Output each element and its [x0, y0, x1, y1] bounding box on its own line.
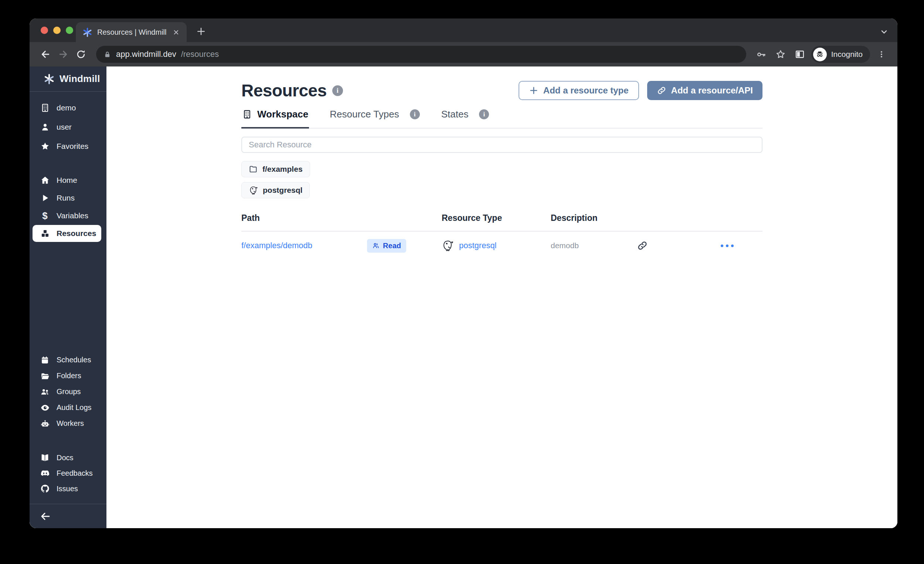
- sidebar-item-workers[interactable]: Workers: [30, 416, 106, 431]
- sidebar-item-label: Runs: [57, 193, 75, 202]
- window-controls: [40, 27, 73, 34]
- collapse-arrow-icon[interactable]: [40, 511, 51, 522]
- tab-label: Resource Types: [330, 109, 399, 120]
- sidebar-admin-section: Schedules Folders: [30, 352, 106, 431]
- main-tabs: Workspace Resource Types i States i: [242, 109, 762, 129]
- tab-label: States: [441, 109, 469, 120]
- incognito-badge[interactable]: Incognito: [811, 46, 870, 63]
- sidebar-item-label: Resources: [57, 229, 96, 238]
- star-icon: [40, 141, 50, 151]
- col-description: Description: [551, 213, 637, 223]
- tab-states[interactable]: States i: [441, 109, 490, 129]
- col-path: Path: [242, 213, 442, 223]
- filter-chips: f/examples postgresql: [242, 161, 762, 198]
- sidebar-item-folders[interactable]: Folders: [30, 368, 106, 384]
- sidebar-item-groups[interactable]: Groups: [30, 384, 106, 399]
- sidebar-spacer: [30, 242, 106, 352]
- title-info-icon[interactable]: i: [332, 85, 343, 96]
- workspace-building-icon: [242, 109, 252, 119]
- forward-icon[interactable]: [56, 46, 71, 62]
- sidebar-item-label: Folders: [57, 372, 81, 380]
- windmill-favicon-icon: [82, 27, 92, 37]
- table-row: f/examples/demodb Read: [242, 232, 762, 260]
- sidebar-item-home[interactable]: Home: [30, 171, 106, 189]
- close-window-button[interactable]: [40, 27, 48, 34]
- lock-icon: [104, 51, 111, 58]
- search-resource-input[interactable]: [242, 137, 762, 153]
- new-tab-button[interactable]: [192, 23, 210, 40]
- dollar-icon: $: [40, 211, 50, 220]
- filter-chip-folder[interactable]: f/examples: [242, 161, 310, 177]
- page-title: Resources: [242, 81, 327, 100]
- building-icon: [40, 103, 50, 113]
- play-icon: [40, 193, 50, 202]
- toolbar-actions: Incognito: [754, 46, 889, 63]
- filter-chip-postgresql[interactable]: postgresql: [242, 182, 310, 198]
- browser-toolbar: app.windmill.dev/resources: [30, 42, 897, 66]
- resource-types-info-icon[interactable]: i: [410, 109, 420, 119]
- sidebar-item-user[interactable]: user: [30, 117, 106, 137]
- sidebar-item-issues[interactable]: Issues: [30, 481, 106, 497]
- sidebar-item-label: Workers: [57, 419, 84, 428]
- resource-path-link[interactable]: f/examples/demodb: [242, 241, 312, 250]
- resource-type-link[interactable]: postgresql: [459, 241, 497, 250]
- folder-icon: [249, 165, 258, 174]
- sidebar: Windmill: [30, 66, 106, 528]
- folder-open-icon: [40, 371, 50, 381]
- add-resource-api-label: Add a resource/API: [671, 85, 753, 96]
- link-icon: [657, 86, 666, 95]
- back-icon[interactable]: [38, 46, 53, 62]
- sidebar-brand[interactable]: Windmill: [30, 66, 106, 91]
- sidebar-item-workspace-demo[interactable]: demo: [30, 98, 106, 117]
- sidebar-item-favorites[interactable]: Favorites: [30, 137, 106, 156]
- zoom-window-button[interactable]: [66, 27, 73, 34]
- sidebar-item-label: Variables: [57, 211, 88, 220]
- sidebar-item-runs[interactable]: Runs: [30, 189, 106, 207]
- sidebar-item-feedbacks[interactable]: Feedbacks: [30, 465, 106, 481]
- sidebar-item-docs[interactable]: Docs: [30, 450, 106, 465]
- url-host: app.windmill.dev: [116, 49, 176, 59]
- tab-close-icon[interactable]: [171, 27, 181, 37]
- reload-icon[interactable]: [73, 46, 89, 62]
- app-body: Windmill: [30, 66, 897, 528]
- sidebar-item-resources[interactable]: Resources: [33, 225, 101, 242]
- windmill-logo-icon: [44, 73, 55, 85]
- sidebar-item-label: Audit Logs: [57, 403, 92, 412]
- permission-badge: Read: [367, 239, 406, 253]
- sidebar-item-label: demo: [57, 103, 76, 112]
- sidebar-item-variables[interactable]: $ Variables: [30, 207, 106, 224]
- minimize-window-button[interactable]: [53, 27, 61, 34]
- users-icon: [40, 387, 50, 397]
- sidebar-item-schedules[interactable]: Schedules: [30, 352, 106, 368]
- browser-tab[interactable]: Resources | Windmill: [76, 22, 187, 42]
- side-panel-icon[interactable]: [792, 46, 808, 62]
- main-content: Resources i Add a resource type: [106, 66, 897, 528]
- copy-link-icon[interactable]: [637, 240, 721, 251]
- sidebar-item-label: Issues: [57, 485, 78, 493]
- table-header: Path Resource Type Description: [242, 213, 762, 232]
- password-key-icon[interactable]: [754, 46, 769, 62]
- filter-chip-label: f/examples: [262, 165, 303, 174]
- book-icon: [40, 453, 50, 462]
- sidebar-item-label: Feedbacks: [57, 469, 93, 477]
- home-icon: [40, 175, 50, 185]
- add-resource-api-button[interactable]: Add a resource/API: [647, 81, 762, 100]
- sidebar-item-audit-logs[interactable]: Audit Logs: [30, 399, 106, 416]
- states-info-icon[interactable]: i: [479, 109, 489, 119]
- add-resource-type-button[interactable]: Add a resource type: [519, 81, 639, 100]
- browser-tab-strip: Resources | Windmill: [30, 18, 897, 42]
- tab-workspace[interactable]: Workspace: [242, 109, 309, 129]
- row-menu-icon[interactable]: [721, 244, 762, 247]
- tab-search-chevron-icon[interactable]: [880, 27, 888, 36]
- bookmark-star-icon[interactable]: [773, 46, 788, 62]
- permission-badge-label: Read: [383, 242, 401, 250]
- sidebar-collapse: [30, 504, 106, 528]
- postgresql-icon: [249, 186, 258, 195]
- incognito-icon: [813, 48, 827, 61]
- sidebar-item-label: Groups: [57, 387, 81, 396]
- address-bar[interactable]: app.windmill.dev/resources: [96, 46, 746, 63]
- tab-resource-types[interactable]: Resource Types i: [329, 109, 420, 129]
- sidebar-item-label: Schedules: [57, 356, 91, 364]
- url-path: /resources: [181, 49, 219, 59]
- browser-menu-icon[interactable]: [874, 46, 889, 62]
